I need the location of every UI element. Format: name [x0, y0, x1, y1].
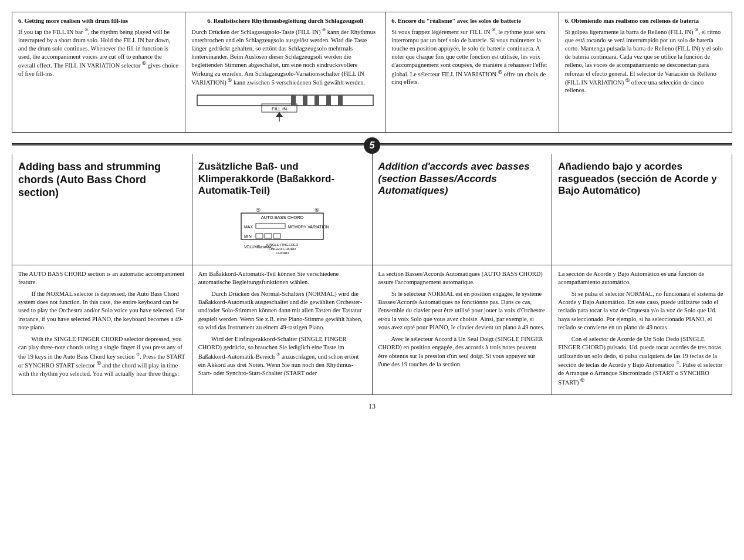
body-es-p2: Si se pulsa el selector NORMAL, no funci…	[558, 290, 726, 332]
body-es-p3: Con el selector de Acorde de Un Solo Ded…	[558, 335, 726, 387]
svg-text:MAX: MAX	[244, 225, 253, 229]
body-en-p3: With the SINGLE FINGER CHORD selector de…	[18, 335, 186, 378]
chapter-title-german: Zusätzliche Baß- und Klimperakkorde (Baß…	[198, 161, 366, 197]
top-col4-title: 6. Obteniendo más realismo con rellenos …	[565, 17, 726, 25]
body-es-p1: La sección de Acorde y Bajo Automático e…	[558, 270, 726, 287]
svg-rect-19	[265, 234, 272, 238]
body-fr-p1: La section Basses/Accords Automatiques (…	[378, 270, 546, 287]
page: 6. Getting more realism with drum fill-i…	[0, 0, 744, 560]
svg-text:⑥: ⑥	[314, 207, 319, 213]
top-col1-text: If you tap the FILL IN bar ⑩, the rhythm…	[18, 28, 179, 78]
svg-text:AUTO BASS CHORD: AUTO BASS CHORD	[261, 215, 303, 220]
top-col2-text: Durch Drücken der Schlagzeugsolo-Taste (…	[191, 28, 379, 86]
body-fr-p2: Si le sélecteur NORMAL est en position e…	[378, 290, 546, 332]
body-col-english: The AUTO BASS CHORD section is an automa…	[12, 265, 192, 394]
svg-rect-5	[314, 95, 319, 106]
body-col-french: La section Basses/Accords Automatiques (…	[373, 265, 553, 394]
chapter-col-german: Zusätzliche Baß- und Klimperakkorde (Baß…	[192, 154, 373, 264]
top-col-french: 6. Encore du "réalisme" avec les solos d…	[385, 12, 559, 132]
chapter-title-spanish: Añadiendo bajo y acordes rasgueados (sec…	[558, 161, 726, 197]
svg-rect-4	[303, 95, 307, 106]
top-col-spanish: 6. Obteniendo más realismo con rellenos …	[559, 12, 732, 132]
svg-text:FILL IN: FILL IN	[272, 106, 287, 112]
body-de-p2: Durch Drücken des Normal-Schalters (NORM…	[198, 290, 366, 332]
body-col-spanish: La sección de Acorde y Bajo Automático e…	[552, 265, 732, 394]
chapter-title-french: Addition d'accords avec basses (section …	[378, 161, 546, 197]
svg-text:⑤: ⑤	[256, 207, 261, 213]
svg-text:CHORD: CHORD	[276, 251, 289, 255]
top-col-english: 6. Getting more realism with drum fill-i…	[12, 12, 185, 132]
body-col-german: Am Baßakkord-Automatik-Teil können Sie v…	[192, 265, 373, 394]
abc-diagram-container: ⑤ ⑥ AUTO BASS CHORD MAX MEMORY VARIATION…	[198, 206, 366, 259]
svg-rect-7	[338, 95, 343, 106]
auto-bass-chord-diagram: ⑤ ⑥ AUTO BASS CHORD MAX MEMORY VARIATION…	[224, 206, 341, 259]
section-number-badge: 5	[364, 137, 380, 154]
top-col4-text: Si golpea ligeramente la barra de Rellen…	[565, 28, 726, 95]
top-col3-text: Si vous frappez légèrement sur FILL IN ⑩…	[391, 28, 552, 86]
svg-rect-18	[256, 234, 263, 238]
body-de-p1: Am Baßakkord-Automatik-Teil können Sie v…	[198, 270, 366, 287]
svg-rect-15	[256, 224, 285, 228]
body-en-p2: If the NORMAL selector is depressed, the…	[18, 290, 186, 332]
gives-choice-text: gives choice of	[18, 62, 178, 77]
svg-rect-20	[273, 234, 280, 238]
body-section: The AUTO BASS CHORD section is an automa…	[12, 265, 732, 395]
chapter-col-french: Addition d'accords avec basses (section …	[373, 154, 553, 264]
chapter-headers: Adding bass and strumming chords (Auto B…	[12, 154, 732, 265]
svg-rect-6	[326, 95, 331, 106]
chapter-title-english: Adding bass and strumming chords (Auto B…	[18, 161, 186, 199]
top-col3-title: 6. Encore du "réalisme" avec les solos d…	[391, 17, 552, 25]
page-number: 13	[0, 402, 744, 411]
body-en-p1: The AUTO BASS CHORD section is an automa…	[18, 270, 186, 287]
svg-rect-3	[291, 95, 296, 106]
fill-in-diagram-area: FILL IN	[191, 92, 379, 127]
top-col-german: 6. Realistischere Rhythmusbegleitung dur…	[185, 12, 385, 132]
fill-in-diagram: FILL IN	[191, 92, 379, 127]
chapter-col-english: Adding bass and strumming chords (Auto B…	[12, 154, 192, 264]
body-de-p3: Wird der Einfingerakkord-Schalter (SINGL…	[198, 335, 366, 378]
top-col1-title: 6. Getting more realism with drum fill-i…	[18, 17, 179, 25]
top-section: 6. Getting more realism with drum fill-i…	[12, 12, 732, 133]
chapter-col-spanish: Añadiendo bajo y acordes rasgueados (sec…	[552, 154, 732, 264]
svg-text:MIN: MIN	[244, 234, 252, 238]
body-fr-p3: Avec le sélecteur Accord à Un Seul Doigt…	[378, 335, 546, 369]
svg-text:MEMORY VARIATION: MEMORY VARIATION	[288, 225, 329, 229]
svg-text:SINGLE FINGERED: SINGLE FINGERED	[266, 243, 298, 247]
section-divider: 5	[12, 139, 732, 150]
svg-marker-9	[276, 112, 283, 117]
svg-text:FINGER CHORD: FINGER CHORD	[268, 247, 296, 251]
top-col2-title: 6. Realistischere Rhythmusbegleitung dur…	[191, 17, 379, 25]
